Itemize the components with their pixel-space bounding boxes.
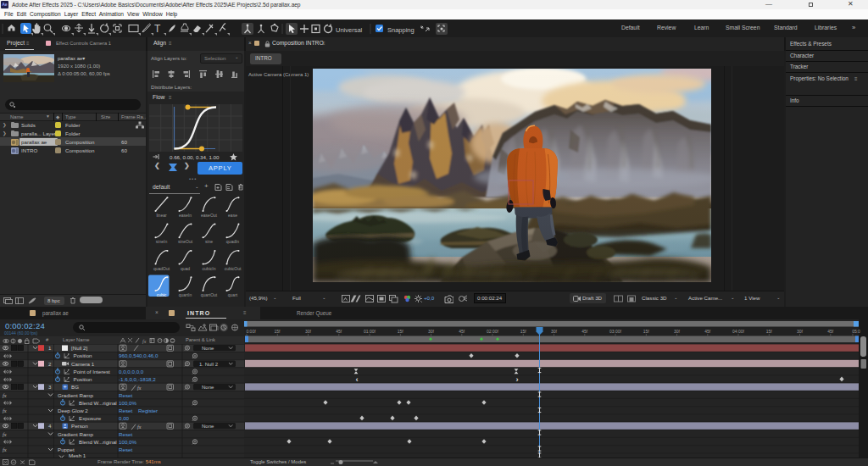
svg-text:30f: 30f (797, 329, 804, 334)
svg-text:fx: fx (3, 408, 7, 413)
svg-text:fx: fx (3, 431, 7, 437)
svg-text:Point of Interest: Point of Interest (74, 369, 111, 374)
svg-text:45f: 45f (581, 329, 588, 334)
svg-text:45f: 45f (459, 329, 465, 334)
svg-text:›: › (515, 374, 518, 384)
svg-text:sine: sine (205, 239, 213, 244)
svg-text:100,0%: 100,0% (119, 439, 136, 445)
svg-text:Reset: Reset (119, 447, 132, 452)
svg-text:Exposure: Exposure (79, 415, 102, 421)
svg-text:960,0,540,0,46,0: 960,0,540,0,46,0 (119, 352, 159, 358)
svg-text:4: 4 (48, 423, 52, 429)
svg-text:02:00f: 02:00f (487, 329, 499, 334)
svg-text:30f: 30f (428, 329, 435, 334)
svg-text:Reset: Reset (119, 392, 132, 398)
svg-text:Register: Register (138, 408, 158, 413)
svg-text:quartOut: quartOut (201, 292, 218, 297)
svg-text:1: 1 (48, 345, 52, 351)
svg-text:0,0,0,0,0,0: 0,0,0,0,0,0 (119, 369, 144, 374)
svg-text:30f: 30f (305, 329, 312, 334)
svg-text:ease: ease (228, 213, 237, 218)
svg-text:0,00: 0,00 (119, 415, 130, 421)
svg-text:Camera 1: Camera 1 (71, 361, 95, 367)
svg-text:15f: 15f (275, 329, 281, 334)
svg-text:fx: fx (137, 424, 142, 430)
svg-text:quad: quad (181, 266, 190, 271)
svg-text:quadIn: quadIn (226, 239, 240, 244)
svg-text:quart: quart (228, 292, 238, 297)
svg-text:2: 2 (48, 361, 52, 367)
svg-text:03:00f: 03:00f (609, 329, 622, 334)
svg-text:15f: 15f (643, 329, 650, 334)
svg-text:Snapping: Snapping (387, 26, 415, 34)
svg-text:-1,6,0,0,-1818,2: -1,6,0,0,-1818,2 (119, 376, 156, 382)
svg-text:15f: 15f (520, 329, 527, 334)
svg-text:Reset: Reset (119, 408, 132, 413)
svg-text:Reset: Reset (119, 431, 132, 437)
svg-text:01:00f: 01:00f (364, 329, 376, 334)
svg-text:Position: Position (74, 352, 93, 358)
svg-text:easeIn: easeIn (179, 213, 192, 218)
svg-text:1. Null 2: 1. Null 2 (199, 362, 219, 367)
svg-text:quartIn: quartIn (179, 292, 192, 297)
svg-text:easeOut: easeOut (201, 213, 218, 218)
svg-text:Gradient Ramp: Gradient Ramp (58, 392, 94, 398)
svg-text:fx: fx (3, 447, 7, 452)
svg-text:Person: Person (71, 423, 88, 429)
svg-text:30f: 30f (551, 329, 558, 334)
svg-text:sineIn: sineIn (156, 239, 168, 244)
svg-text:cubic: cubic (157, 292, 167, 297)
svg-text:None: None (202, 385, 214, 390)
svg-text:sineOut: sineOut (178, 239, 193, 244)
svg-text:45f: 45f (827, 329, 834, 334)
svg-text:fx: fx (137, 386, 142, 391)
svg-text:fx: fx (142, 339, 147, 344)
svg-text:Blend W...riginal: Blend W...riginal (79, 439, 117, 445)
svg-text:Position: Position (74, 376, 93, 382)
svg-text:45f: 45f (336, 329, 342, 334)
svg-text:cubicOut: cubicOut (225, 266, 242, 271)
svg-text:30f: 30f (674, 329, 681, 334)
svg-text:Gradient Ramp: Gradient Ramp (58, 431, 94, 437)
svg-text:T: T (154, 23, 161, 35)
svg-text:quadOut: quadOut (153, 266, 170, 271)
svg-text:None: None (202, 346, 214, 351)
svg-text:[Null 2]: [Null 2] (71, 345, 88, 351)
svg-text:05:0: 05:0 (852, 329, 860, 334)
svg-text:None: None (202, 424, 214, 429)
svg-text:cubicIn: cubicIn (203, 266, 216, 271)
svg-text:‹: ‹ (355, 374, 358, 384)
svg-text:15f: 15f (766, 329, 773, 334)
svg-text:Deep Glow 2: Deep Glow 2 (58, 408, 88, 413)
svg-text:3: 3 (48, 384, 52, 390)
svg-text:15f: 15f (398, 329, 404, 334)
svg-text:0:00f: 0:00f (246, 329, 256, 334)
svg-text:Universal: Universal (336, 26, 363, 34)
svg-text:BG: BG (71, 384, 79, 390)
svg-text:100,0%: 100,0% (119, 400, 136, 406)
svg-text:45f: 45f (704, 329, 711, 334)
svg-text:fx: fx (3, 392, 7, 398)
svg-text:Blend W...riginal: Blend W...riginal (79, 400, 117, 406)
svg-text:linear: linear (156, 213, 167, 218)
svg-text:04:00f: 04:00f (732, 329, 745, 334)
